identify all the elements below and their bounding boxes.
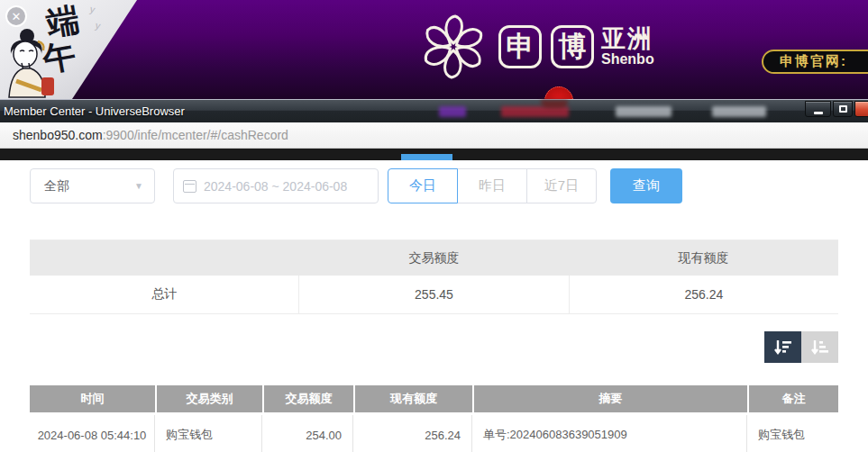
festival-promo-banner: 端 午 y y ✕	[0, 0, 144, 99]
search-button[interactable]: 查询	[610, 168, 682, 203]
brand-latin-text: Shenbo	[601, 51, 654, 68]
minimize-icon	[814, 112, 823, 114]
site-header: 端 午 y y ✕	[0, 0, 868, 99]
close-icon[interactable]: ✕	[5, 5, 27, 27]
summary-total-transaction: 255.45	[299, 276, 569, 313]
cell-time: 2024-06-08 05:44:10	[30, 415, 155, 452]
filter-toolbar: 全部 ▼ 2024-06-08 ~ 2024-06-08 今日 昨日 近7日 查…	[0, 168, 868, 204]
header-memo: 摘要	[474, 385, 747, 412]
cell-note: 购宝钱包	[747, 415, 838, 452]
summary-header-empty	[30, 240, 299, 276]
maximize-icon	[839, 105, 847, 113]
last7days-button[interactable]: 近7日	[526, 168, 597, 203]
summary-total-balance: 256.24	[570, 276, 838, 313]
brand-region-text: 亚洲	[601, 26, 654, 51]
decorative-mark: y	[95, 19, 102, 31]
summary-header-row: 交易额度 现有额度	[30, 240, 838, 276]
flower-logo-icon	[417, 11, 489, 83]
official-site-pill[interactable]: 申博官网:	[762, 50, 868, 74]
red-seal-stamp	[41, 77, 54, 95]
category-select[interactable]: 全部 ▼	[30, 168, 155, 203]
maximize-button[interactable]	[833, 101, 853, 117]
header-time: 时间	[30, 385, 155, 412]
browser-titlebar: Member Center - UniverseBrowser	[0, 99, 868, 122]
decorative-mark: y	[89, 3, 96, 14]
ghost-nav-blob	[439, 106, 466, 117]
url-path: :9900/infe/mcenter/#/cashRecord	[103, 128, 288, 142]
sort-ascending-button[interactable]	[801, 331, 838, 363]
date-range-input[interactable]: 2024-06-08 ~ 2024-06-08	[173, 168, 379, 203]
summary-total-row: 总计 255.45 256.24	[30, 276, 838, 314]
chevron-down-icon: ▼	[134, 181, 143, 191]
table-row: 2024-06-08 05:44:10 购宝钱包 254.00 256.24 单…	[30, 415, 838, 452]
quick-date-button-group: 今日 昨日 近7日	[388, 168, 597, 203]
records-table: 时间 交易类别 交易额度 现有额度 摘要 备注 2024-06-08 05:44…	[30, 385, 838, 452]
header-balance: 现有额度	[355, 385, 472, 412]
brand-char-1: 申	[498, 25, 542, 68]
close-window-button[interactable]	[854, 101, 868, 117]
cell-amount: 254.00	[262, 415, 353, 452]
ghost-nav-blob	[616, 106, 672, 117]
header-type: 交易类别	[157, 385, 262, 412]
brand-char-2: 博	[551, 25, 594, 68]
cell-type: 购宝钱包	[155, 415, 262, 452]
chrome-dark-strip	[0, 149, 868, 160]
sort-descending-icon	[773, 339, 793, 357]
sort-button-group	[764, 331, 838, 363]
summary-header-transaction: 交易额度	[299, 240, 569, 276]
header-amount: 交易额度	[264, 385, 353, 412]
cell-balance: 256.24	[353, 415, 472, 452]
sort-ascending-icon	[810, 339, 830, 357]
date-range-value: 2024-06-08 ~ 2024-06-08	[204, 179, 347, 194]
active-tab-indicator	[401, 154, 452, 160]
address-bar[interactable]: shenbo950.com:9900/infe/mcenter/#/cashRe…	[0, 122, 868, 149]
summary-header-balance: 现有额度	[569, 240, 838, 276]
summary-table: 交易额度 现有额度 总计 255.45 256.24	[30, 240, 838, 314]
calendar-icon	[183, 180, 196, 193]
category-selected-value: 全部	[44, 178, 134, 194]
minimize-button[interactable]	[805, 101, 831, 117]
today-button[interactable]: 今日	[388, 168, 458, 203]
cell-memo: 单号:202406083639051909	[472, 415, 747, 452]
records-header-row: 时间 交易类别 交易额度 现有额度 摘要 备注	[30, 385, 838, 412]
ghost-badge-blob	[541, 100, 568, 108]
ghost-nav-blob	[712, 106, 766, 117]
sort-descending-button[interactable]	[764, 331, 801, 363]
url-host: shenbo950.com	[13, 128, 103, 142]
summary-total-label: 总计	[30, 276, 299, 313]
window-title: Member Center - UniverseBrowser	[4, 104, 185, 118]
brand-logo: 申 博 亚洲 Shenbo	[417, 11, 654, 83]
header-note: 备注	[749, 385, 838, 412]
yesterday-button[interactable]: 昨日	[457, 168, 527, 203]
